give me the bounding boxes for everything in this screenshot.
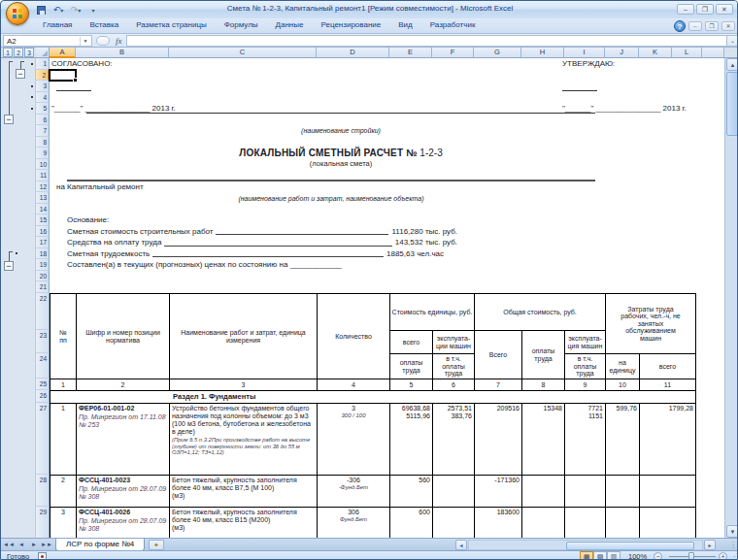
workbook-restore-button[interactable]: ❐ — [705, 21, 719, 31]
horizontal-scroll-thumb[interactable] — [566, 542, 694, 550]
window-resize-grip[interactable]: ⋰ — [730, 552, 738, 560]
item-qty-value: -306 — [347, 477, 360, 483]
vertical-scroll-thumb[interactable] — [726, 72, 738, 136]
column-header-C[interactable]: C — [169, 48, 317, 58]
column-header-stub[interactable] — [702, 48, 724, 58]
horizontal-scrollbar[interactable]: ◄ ► — [455, 540, 727, 550]
column-header-I[interactable]: I — [564, 48, 605, 58]
column-header-D[interactable]: D — [317, 48, 389, 58]
outline-collapse-button[interactable]: − — [4, 115, 14, 124]
row-header-8[interactable]: 8 — [36, 137, 50, 148]
row-header-22[interactable]: 22 — [36, 293, 50, 330]
row-header-11[interactable]: 11 — [36, 170, 50, 181]
row-header-28[interactable]: 28 — [36, 475, 50, 507]
insert-function-button[interactable] — [96, 36, 110, 46]
row-header-1[interactable]: 1 — [36, 58, 50, 70]
row-header-16[interactable]: 16 — [36, 226, 50, 238]
column-header-H[interactable]: H — [521, 48, 564, 58]
row-header-17[interactable]: 17 — [36, 237, 50, 248]
column-header-E[interactable]: E — [389, 48, 432, 58]
zoom-in-icon[interactable]: + — [719, 552, 727, 560]
close-button[interactable]: ✕ — [716, 4, 733, 15]
ribbon-tab-4[interactable]: Формулы — [216, 18, 267, 34]
ribbon-tab-7[interactable]: Вид — [389, 18, 420, 34]
zoom-slider-thumb[interactable] — [688, 552, 694, 560]
row-header-23[interactable]: 23 — [36, 330, 50, 353]
column-header-K[interactable]: K — [639, 48, 672, 58]
macro-record-icon[interactable] — [38, 552, 47, 560]
name-box-dropdown-icon[interactable]: ▼ — [80, 37, 90, 46]
outline-level-button-3[interactable]: 3 — [24, 48, 34, 57]
vertical-scrollbar[interactable]: ▲ ▼ — [724, 58, 738, 538]
outline-level-button-1[interactable]: 1 — [3, 48, 13, 57]
row-header-3[interactable]: 3 — [36, 81, 50, 92]
row-header-13[interactable]: 13 — [36, 192, 50, 204]
formula-bar-expand-icon[interactable]: ⌄ — [726, 35, 738, 47]
scroll-down-icon[interactable]: ▼ — [726, 525, 738, 538]
formula-input[interactable] — [126, 35, 727, 47]
fx-icon[interactable]: fx — [116, 36, 122, 46]
prev-sheet-icon[interactable]: ◄ — [16, 540, 27, 550]
outline-level-button-2[interactable]: 2 — [14, 48, 23, 57]
first-sheet-icon[interactable]: ◄◄ — [3, 540, 15, 550]
scroll-right-icon[interactable]: ► — [704, 540, 716, 550]
office-button[interactable] — [6, 2, 29, 25]
help-icon[interactable]: ? — [674, 20, 686, 32]
row-header-29[interactable]: 29 — [36, 507, 50, 539]
row-header-5[interactable]: 5 — [36, 103, 50, 115]
next-sheet-icon[interactable]: ► — [28, 540, 40, 550]
row-header-25[interactable]: 25 — [36, 379, 50, 390]
column-header-F[interactable]: F — [432, 48, 474, 58]
zoom-out-icon[interactable]: − — [654, 552, 662, 560]
th-qty: Количество — [318, 294, 390, 379]
page-layout-view-icon[interactable]: ▤ — [593, 551, 607, 560]
ribbon-tab-5[interactable]: Данные — [267, 18, 313, 34]
row-header-20[interactable]: 20 — [36, 271, 50, 282]
page-break-view-icon[interactable]: ▥ — [607, 551, 621, 560]
zoom-level-label[interactable]: 100% — [628, 552, 647, 560]
row-header-4[interactable]: 4 — [36, 92, 50, 104]
outline-collapse-button[interactable]: − — [4, 261, 14, 271]
workbook-minimize-button[interactable]: – — [688, 21, 702, 31]
row-header-2[interactable]: 2 — [36, 70, 50, 82]
normal-view-icon[interactable]: ▦ — [580, 551, 593, 560]
ribbon-tab-2[interactable]: Вставка — [81, 18, 127, 34]
scroll-left-icon[interactable]: ◄ — [455, 540, 467, 550]
row-header-27[interactable]: 27 — [36, 403, 50, 475]
ribbon-tab-8[interactable]: Разработчик — [421, 18, 485, 34]
outline-collapse-button[interactable]: − — [16, 69, 25, 79]
minimize-button[interactable]: – — [677, 4, 694, 15]
ribbon-tab-1[interactable]: Главная — [34, 18, 81, 34]
row-header-6[interactable]: 6 — [36, 115, 50, 126]
column-header-L[interactable]: L — [672, 48, 702, 58]
workbook-close-button[interactable]: ✕ — [721, 21, 735, 31]
horizontal-scroll-track[interactable] — [468, 540, 703, 550]
row-header-12[interactable]: 12 — [36, 181, 50, 193]
select-all-button[interactable] — [36, 48, 50, 58]
row-header-14[interactable]: 14 — [36, 204, 50, 215]
tab-bar-resize-grip[interactable]: ⋮ — [729, 541, 737, 549]
row-header-19[interactable]: 19 — [36, 259, 50, 271]
row-header-10[interactable]: 10 — [36, 159, 50, 171]
column-header-G[interactable]: G — [474, 48, 521, 58]
selected-cell-a2[interactable] — [49, 69, 77, 82]
row-header-7[interactable]: 7 — [36, 125, 50, 137]
outline-bracket — [9, 251, 10, 261]
row-header-26[interactable]: 26 — [36, 390, 50, 403]
restore-button[interactable]: ❐ — [696, 4, 714, 15]
row-header-21[interactable]: 21 — [36, 281, 50, 293]
scroll-up-icon[interactable]: ▲ — [726, 58, 738, 71]
ribbon-tab-3[interactable]: Разметка страницы — [127, 18, 216, 34]
row-header-24[interactable]: 24 — [36, 353, 50, 379]
row-header-9[interactable]: 9 — [36, 148, 50, 159]
column-header-J[interactable]: J — [605, 48, 639, 58]
column-header-A[interactable]: A — [50, 48, 76, 58]
insert-worksheet-icon[interactable]: ✦ — [149, 540, 164, 550]
name-box[interactable]: A2 ▼ — [3, 35, 92, 47]
row-header-18[interactable]: 18 — [36, 248, 50, 260]
sheet-grid[interactable]: СОГЛАСОВАНО: УТВЕРЖДАЮ: "______" _______… — [50, 58, 724, 538]
row-header-15[interactable]: 15 — [36, 214, 50, 226]
last-sheet-icon[interactable]: ►► — [41, 540, 52, 550]
column-header-B[interactable]: B — [76, 48, 169, 58]
ribbon-tab-6[interactable]: Рецензирование — [312, 18, 389, 34]
